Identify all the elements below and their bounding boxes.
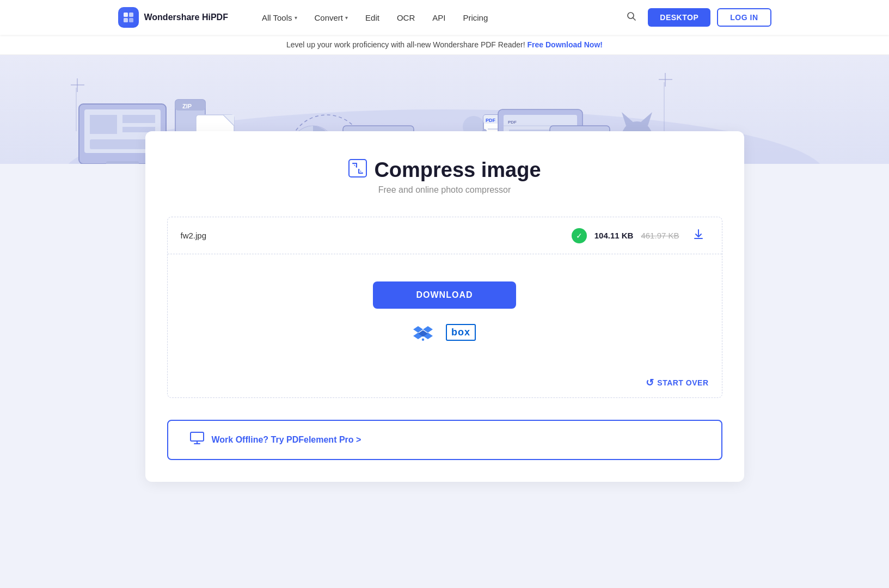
search-button[interactable] [622,7,641,29]
logo-text: Wondershare HiPDF [144,13,228,22]
main-content: Compress image Free and online photo com… [0,164,889,514]
search-icon [626,11,637,22]
nav-links: All Tools ▾ Convert ▾ Edit OCR API Prici… [254,9,604,27]
svg-text:PDF: PDF [486,118,496,123]
file-download-button[interactable] [688,226,709,245]
page-subtitle: Free and online photo compressor [167,185,722,195]
svg-line-5 [633,17,636,20]
dropbox-button[interactable] [413,324,433,341]
chevron-down-icon: ▾ [345,15,348,21]
cloud-save-row: box [413,324,476,341]
svg-point-71 [422,338,425,341]
nav-actions: DESKTOP LOG IN [622,7,771,29]
svg-rect-67 [349,160,366,177]
svg-line-68 [353,163,357,167]
svg-rect-72 [191,432,204,441]
download-button[interactable]: DOWNLOAD [373,281,517,309]
start-over-button[interactable]: ↺ START OVER [646,377,709,389]
navbar: Wondershare HiPDF All Tools ▾ Convert ▾ … [0,0,889,35]
nav-pricing[interactable]: Pricing [455,9,495,27]
desktop-button[interactable]: DESKTOP [648,8,710,27]
monitor-icon [190,432,204,448]
banner-link[interactable]: Free Download Now! [528,40,603,49]
compress-icon [348,158,367,182]
start-over-row: ↺ START OVER [168,368,722,397]
success-icon: ✓ [572,228,587,243]
compressed-size: 104.11 KB [594,231,634,240]
banner-text: Level up your work proficiency with all-… [286,40,525,49]
file-section: fw2.jpg ✓ 104.11 KB 461.97 KB DOWNLOAD [167,217,722,398]
offline-text: Work Offline? Try PDFelement Pro > [212,435,361,445]
svg-rect-3 [129,18,133,22]
svg-rect-2 [124,18,128,22]
main-card: Compress image Free and online photo com… [145,131,744,482]
login-button[interactable]: LOG IN [717,8,771,27]
file-name: fw2.jpg [181,231,563,240]
box-button[interactable]: box [446,324,476,341]
chevron-down-icon: ▾ [295,15,297,21]
page-title: Compress image [374,158,541,182]
promo-banner: Level up your work proficiency with all-… [0,35,889,55]
nav-edit[interactable]: Edit [358,9,387,27]
svg-rect-0 [124,13,128,17]
svg-rect-10 [90,115,117,134]
nav-api[interactable]: API [425,9,453,27]
download-icon [692,228,704,240]
svg-rect-13 [106,161,139,164]
nav-ocr[interactable]: OCR [389,9,422,27]
refresh-icon: ↺ [646,377,654,389]
logo-icon [118,7,139,28]
logo[interactable]: Wondershare HiPDF [118,7,228,28]
svg-text:ZIP: ZIP [182,103,192,109]
original-size: 461.97 KB [641,231,679,240]
offline-banner[interactable]: Work Offline? Try PDFelement Pro > [167,420,722,460]
file-row: fw2.jpg ✓ 104.11 KB 461.97 KB [168,217,722,254]
file-stats: ✓ 104.11 KB 461.97 KB [572,228,679,243]
svg-rect-1 [129,13,133,17]
svg-line-69 [359,169,363,173]
download-area: DOWNLOAD [168,254,722,368]
page-title-area: Compress image Free and online photo com… [167,158,722,195]
nav-all-tools[interactable]: All Tools ▾ [254,9,305,27]
svg-text:PDF: PDF [508,120,517,125]
svg-rect-11 [122,115,155,123]
nav-convert[interactable]: Convert ▾ [307,9,356,27]
